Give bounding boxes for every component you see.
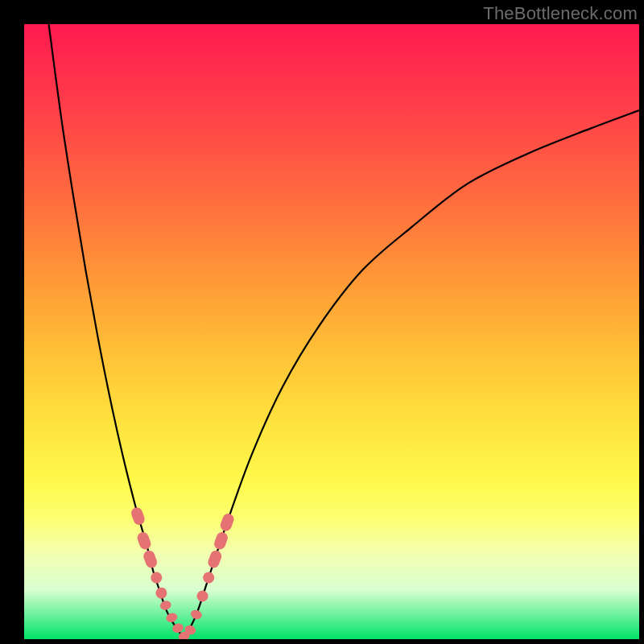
chart-frame: TheBottleneck.com (0, 0, 644, 644)
data-marker (149, 571, 163, 585)
watermark-text: TheBottleneck.com (483, 3, 638, 24)
left-curve (49, 24, 184, 639)
data-marker (189, 609, 203, 621)
data-marker (142, 549, 159, 569)
plot-area (24, 24, 639, 639)
data-marker (206, 549, 223, 569)
data-marker (159, 599, 172, 611)
data-marker (136, 530, 153, 551)
data-marker (219, 512, 236, 532)
data-marker (130, 506, 147, 526)
data-marker (196, 589, 210, 604)
right-curve (184, 110, 639, 639)
chart-svg (24, 24, 639, 639)
data-marker (201, 571, 216, 585)
data-markers (130, 506, 235, 639)
data-marker (213, 530, 229, 551)
data-marker (154, 586, 168, 601)
